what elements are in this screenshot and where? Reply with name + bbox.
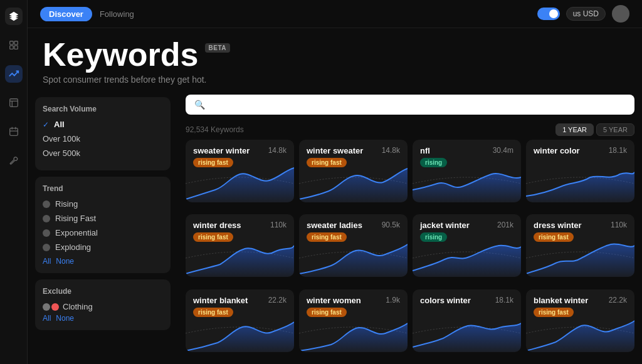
keyword-card[interactable]: jacket winter 201k rising xyxy=(413,214,521,277)
keyword-card[interactable]: dress winter 110k rising fast xyxy=(526,214,634,277)
svg-rect-2 xyxy=(9,46,13,49)
keyword-chart xyxy=(413,165,521,202)
content-area: Search Volume ✓ All Over 100k Over 500k … xyxy=(28,90,642,364)
card-top: sweater winter 14.8k xyxy=(193,146,287,155)
discover-button[interactable]: Discover xyxy=(40,7,92,21)
rising-fast-label: Rising Fast xyxy=(55,214,96,223)
calendar-icon[interactable] xyxy=(5,123,23,140)
main-content: Discover Following us USD Keywords BETA … xyxy=(28,0,642,364)
beta-badge: BETA xyxy=(205,43,230,53)
card-top: winter blanket 22.2k xyxy=(193,296,287,305)
trend-badge: rising fast xyxy=(307,232,347,242)
card-top: winter women 1.9k xyxy=(307,296,400,305)
page-subtitle: Spot consumer trends before they get hot… xyxy=(43,75,627,85)
exclude-none-link[interactable]: None xyxy=(56,314,74,323)
trending-icon[interactable] xyxy=(5,65,23,83)
keyword-card[interactable]: sweater winter 14.8k rising fast xyxy=(186,140,294,202)
filter-panel: Search Volume ✓ All Over 100k Over 500k … xyxy=(28,90,178,364)
exponential-dot xyxy=(43,229,50,237)
trend-all-link[interactable]: All xyxy=(43,257,51,266)
time-1year[interactable]: 1 YEAR xyxy=(555,123,594,136)
top-navigation: Discover Following us USD xyxy=(28,0,642,28)
keyword-card[interactable]: winter women 1.9k rising fast xyxy=(299,289,408,352)
keyword-chart xyxy=(299,315,408,352)
toggle-wrap xyxy=(537,8,560,20)
keyword-card[interactable]: nfl 30.4m rising xyxy=(413,140,521,202)
keyword-volume: 1.9k xyxy=(386,296,400,304)
trend-rising-fast[interactable]: Rising Fast xyxy=(43,214,163,223)
grid-icon[interactable] xyxy=(5,36,23,54)
results-area: 🔍 92,534 Keywords 1 YEAR 5 YEAR sweater … xyxy=(178,90,642,364)
keyword-card[interactable]: winter sweater 14.8k rising fast xyxy=(299,140,408,202)
exclude-all-link[interactable]: All xyxy=(43,314,51,323)
data-icon[interactable] xyxy=(5,94,23,112)
page-title: Keywords xyxy=(43,38,199,71)
keyword-card[interactable]: winter color 18.1k xyxy=(526,140,634,202)
trend-rising[interactable]: Rising xyxy=(43,199,163,209)
keyword-volume: 22.2k xyxy=(268,296,287,304)
time-5year[interactable]: 5 YEAR xyxy=(596,123,634,136)
filter-over-500k[interactable]: Over 500k xyxy=(43,148,163,158)
trend-title: Trend xyxy=(43,184,163,193)
rising-dot xyxy=(43,200,50,208)
card-top: blanket winter 22.2k xyxy=(534,296,627,305)
trend-badge: rising fast xyxy=(307,158,347,167)
theme-toggle[interactable] xyxy=(537,8,560,20)
results-meta: 92,534 Keywords 1 YEAR 5 YEAR xyxy=(186,120,634,140)
card-top: jacket winter 201k xyxy=(420,221,513,230)
tools-icon[interactable] xyxy=(5,152,23,169)
exploding-dot xyxy=(43,244,50,251)
trend-exponential[interactable]: Exponential xyxy=(43,228,163,237)
locale-selector[interactable]: us USD xyxy=(566,7,606,21)
card-top: dress winter 110k xyxy=(534,221,627,230)
exponential-label: Exponential xyxy=(55,228,98,237)
check-icon: ✓ xyxy=(43,120,49,129)
trend-badge: rising fast xyxy=(193,232,233,242)
filter-all[interactable]: ✓ All xyxy=(43,120,163,129)
keyword-volume: 18.1k xyxy=(609,146,627,155)
trend-badge: rising fast xyxy=(193,308,233,317)
search-volume-filter: Search Volume ✓ All Over 100k Over 500k xyxy=(35,97,171,170)
exploding-label: Exploding xyxy=(55,242,91,252)
trend-badge: rising xyxy=(420,158,447,167)
trend-exploding[interactable]: Exploding xyxy=(43,242,163,252)
keyword-name: jacket winter xyxy=(420,221,470,230)
exclude-title: Exclude xyxy=(43,287,163,296)
exclude-icons xyxy=(43,303,59,311)
following-button[interactable]: Following xyxy=(100,9,134,19)
trend-none-link[interactable]: None xyxy=(56,257,74,266)
keyword-volume: 110k xyxy=(270,221,287,229)
svg-rect-4 xyxy=(9,99,18,107)
keyword-name: winter sweater xyxy=(307,146,363,155)
keyword-chart xyxy=(186,315,294,352)
filter-all-label: All xyxy=(54,120,65,129)
trend-badge: rising fast xyxy=(193,158,233,167)
keyword-chart xyxy=(186,239,294,277)
search-bar-wrap: 🔍 xyxy=(186,90,634,120)
keyword-volume: 22.2k xyxy=(609,296,627,304)
search-icon: 🔍 xyxy=(194,100,205,110)
keyword-card[interactable]: blanket winter 22.2k rising fast xyxy=(526,289,634,352)
keyword-volume: 110k xyxy=(611,221,627,229)
search-bar: 🔍 xyxy=(186,95,634,115)
logo-icon[interactable] xyxy=(5,8,23,25)
exclude-filter: Exclude Clothing All None xyxy=(35,279,171,330)
exclude-item-clothing[interactable]: Clothing xyxy=(43,302,163,311)
search-input[interactable] xyxy=(210,100,626,110)
rising-fast-dot xyxy=(43,215,50,222)
trend-badge: rising fast xyxy=(534,308,574,317)
trend-badge: rising fast xyxy=(534,232,574,242)
avatar[interactable] xyxy=(612,5,629,23)
keyword-name: sweater ladies xyxy=(307,221,362,230)
card-top: winter sweater 14.8k xyxy=(307,146,400,155)
keyword-chart xyxy=(526,165,634,202)
keyword-card[interactable]: sweater ladies 90.5k rising fast xyxy=(299,214,408,277)
keyword-name: blanket winter xyxy=(534,296,588,305)
keyword-name: nfl xyxy=(420,146,430,155)
keyword-card[interactable]: colors winter 18.1k xyxy=(413,289,521,352)
keyword-name: winter dress xyxy=(193,221,241,230)
keyword-card[interactable]: winter blanket 22.2k rising fast xyxy=(186,289,294,352)
keyword-card[interactable]: winter dress 110k rising fast xyxy=(186,214,294,277)
keyword-volume: 90.5k xyxy=(382,221,400,229)
filter-over-100k[interactable]: Over 100k xyxy=(43,134,163,143)
